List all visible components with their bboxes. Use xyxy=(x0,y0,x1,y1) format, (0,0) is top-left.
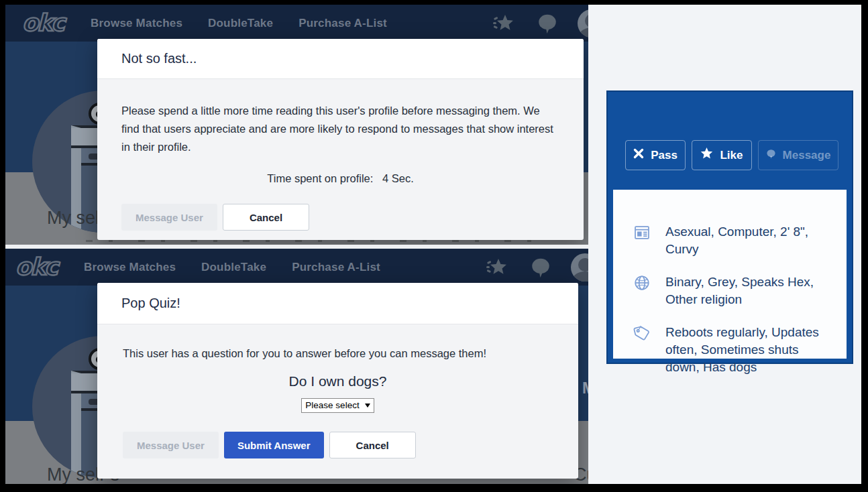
message-user-button[interactable]: Message User xyxy=(123,432,219,458)
top-navbar: okc Browse Matches DoubleTake Purchase A… xyxy=(5,5,588,42)
modal-header: Not so fast... xyxy=(97,39,584,79)
cancel-button[interactable]: Cancel xyxy=(329,432,416,458)
okcupid-logo[interactable]: okc xyxy=(22,11,64,35)
select-caret-icon xyxy=(365,404,370,408)
modal-body: This user has a question for you to answ… xyxy=(97,324,578,458)
time-spent-value: 4 Sec. xyxy=(382,172,414,184)
pop-quiz-modal: Pop Quiz! This user has a question for y… xyxy=(97,283,578,479)
doubletake-star-icon[interactable] xyxy=(493,12,517,35)
detail-text-background: Binary, Grey, Speaks Hex, Other religion xyxy=(665,273,830,308)
chat-bubble-icon xyxy=(766,149,776,162)
pass-button[interactable]: Pass xyxy=(625,140,686,170)
slow-down-modal: Not so fast... Please spend a little mor… xyxy=(97,39,584,240)
pass-button-label: Pass xyxy=(651,149,677,162)
doubletake-star-icon[interactable] xyxy=(486,256,510,279)
screenshot-pop-quiz: My self-s M Cu okc Browse Matches Double… xyxy=(5,249,588,484)
person-icon xyxy=(578,258,588,271)
screenshot-slow-down: My self-s okc Browse Matches DoubleTake … xyxy=(5,5,588,245)
tag-icon xyxy=(633,324,651,345)
submit-answer-button[interactable]: Submit Answer xyxy=(224,432,324,458)
detail-text-lifestyle: Reboots regularly, Updates often, Someti… xyxy=(665,324,830,376)
clipped-text-strip xyxy=(86,240,542,242)
messages-bubble-icon[interactable] xyxy=(536,12,559,35)
quiz-question: Do I own dogs? xyxy=(123,373,553,389)
star-icon xyxy=(700,147,713,163)
nav-item-browse-matches[interactable]: Browse Matches xyxy=(84,261,176,274)
like-button-label: Like xyxy=(720,149,743,162)
detail-row-lifestyle: Reboots regularly, Updates often, Someti… xyxy=(633,324,830,376)
like-button[interactable]: Like xyxy=(692,140,752,170)
modal-header: Pop Quiz! xyxy=(97,283,578,324)
detail-text-basics: Asexual, Computer, 2' 8", Curvy xyxy=(665,223,830,258)
time-spent-row: Time spent on profile: 4 Sec. xyxy=(121,172,559,185)
nav-item-doubletake[interactable]: DoubleTake xyxy=(208,17,273,30)
message-user-button[interactable]: Message User xyxy=(121,204,217,231)
screenshot-stage: My self-s okc Browse Matches DoubleTake … xyxy=(5,5,861,484)
modal-message: Please spend a little more time reading … xyxy=(121,102,559,156)
messages-bubble-icon[interactable] xyxy=(529,256,552,279)
modal-message: This user has a question for you to answ… xyxy=(123,345,553,363)
nav-item-doubletake[interactable]: DoubleTake xyxy=(201,261,266,274)
left-column: My self-s okc Browse Matches DoubleTake … xyxy=(5,5,588,484)
account-avatar[interactable] xyxy=(571,253,588,282)
globe-icon xyxy=(633,274,651,294)
right-column: Pass Like xyxy=(588,5,861,484)
x-icon xyxy=(633,148,644,162)
detail-row-background: Binary, Grey, Speaks Hex, Other religion xyxy=(633,273,830,308)
clipped-message-button-fragment: M xyxy=(582,379,588,397)
nav-item-purchase-alist[interactable]: Purchase A-List xyxy=(292,261,380,274)
modal-title: Pop Quiz! xyxy=(121,296,180,311)
match-action-panel: Pass Like xyxy=(606,90,853,364)
profile-details-card: Asexual, Computer, 2' 8", Curvy Binary, … xyxy=(613,190,847,359)
okcupid-logo[interactable]: okc xyxy=(15,255,57,279)
answer-select[interactable]: Please select xyxy=(301,398,374,413)
account-avatar[interactable] xyxy=(578,9,588,38)
detail-row-basics: Asexual, Computer, 2' 8", Curvy xyxy=(633,223,830,258)
message-button-label: Message xyxy=(783,149,831,162)
modal-title: Not so fast... xyxy=(121,51,197,66)
modal-body: Please spend a little more time reading … xyxy=(97,79,584,231)
profile-basics-icon xyxy=(633,224,651,244)
nav-item-purchase-alist[interactable]: Purchase A-List xyxy=(299,17,387,30)
top-navbar: okc Browse Matches DoubleTake Purchase A… xyxy=(5,249,588,286)
answer-select-value: Please select xyxy=(305,400,359,410)
nav-item-browse-matches[interactable]: Browse Matches xyxy=(91,17,182,30)
cancel-button[interactable]: Cancel xyxy=(223,204,309,231)
time-spent-label: Time spent on profile: xyxy=(267,172,373,184)
message-button[interactable]: Message xyxy=(758,140,838,170)
